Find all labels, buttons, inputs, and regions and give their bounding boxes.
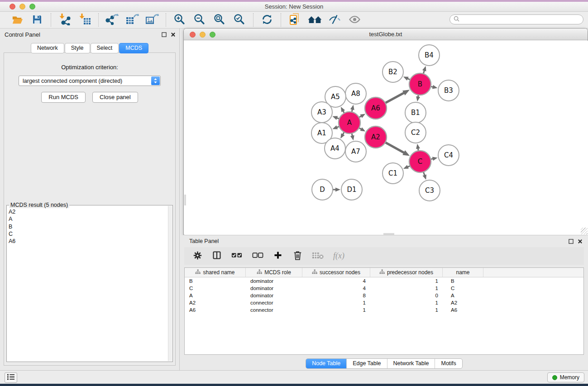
table-cell: connector — [246, 299, 302, 306]
column-header-successor-nodes[interactable]: successor nodes — [302, 268, 370, 277]
arrowhead-icon — [432, 157, 438, 161]
export-image-button[interactable] — [144, 13, 160, 27]
refresh-button[interactable] — [259, 13, 275, 27]
open-folder-button[interactable] — [10, 13, 25, 27]
table-cell: 1 — [370, 299, 443, 306]
show-panels-button[interactable] — [5, 372, 17, 383]
network-canvas[interactable]: B4B2BB3A8A5A6B1A3AC2A1A2A4A7C4CC1C3DD1 — [184, 41, 588, 235]
zoom-selected-button[interactable] — [232, 13, 247, 27]
tab-node-table[interactable]: Node Table — [306, 359, 346, 368]
arrowhead-icon — [402, 90, 410, 95]
delete-row-button[interactable] — [292, 250, 302, 262]
zoom-fit-button[interactable] — [212, 13, 227, 27]
graph-node-A6[interactable]: A6 — [365, 97, 387, 119]
graph-node-C1[interactable]: C1 — [382, 163, 403, 184]
column-header-predecessor-nodes[interactable]: predecessor nodes — [370, 268, 443, 277]
graph-node-C3[interactable]: C3 — [419, 180, 440, 201]
table-row[interactable]: Bdominator41B — [185, 277, 583, 285]
network-window-titlebar[interactable]: testGlobe.txt — [184, 29, 588, 40]
tab-edge-table[interactable]: Edge Table — [346, 359, 387, 368]
window-resize-grip[interactable] — [581, 228, 588, 234]
graph-node-B3[interactable]: B3 — [438, 80, 459, 101]
graph-node-C2[interactable]: C2 — [405, 122, 426, 143]
eye-slash-button[interactable] — [327, 13, 342, 27]
table-cell: B — [185, 277, 246, 285]
eye-button[interactable] — [347, 13, 362, 27]
search-input[interactable] — [449, 14, 583, 24]
graph-node-D[interactable]: D — [312, 179, 333, 200]
graph-node-D1[interactable]: D1 — [341, 179, 362, 200]
graph-node-label: A6 — [371, 104, 380, 112]
column-selector-button[interactable] — [212, 250, 222, 262]
tab-motifs[interactable]: Motifs — [435, 359, 462, 368]
table-cell: A6 — [185, 306, 246, 314]
desktop-strip-bottom — [0, 384, 588, 386]
float-table-panel-icon[interactable] — [569, 238, 574, 246]
graph-node-B1[interactable]: B1 — [405, 102, 426, 123]
table-cell: connector — [246, 306, 302, 314]
unselect-all-check-button[interactable] — [252, 250, 263, 262]
mcds-result-item[interactable]: C — [9, 230, 167, 238]
close-panel-icon[interactable] — [171, 31, 176, 39]
graph-node-B2[interactable]: B2 — [382, 62, 403, 82]
add-row-button[interactable] — [273, 250, 283, 262]
gear-button[interactable] — [192, 250, 202, 262]
graph-node-A2[interactable]: A2 — [365, 126, 387, 148]
tab-style[interactable]: Style — [65, 43, 90, 53]
tab-mcds[interactable]: MCDS — [119, 43, 148, 53]
import-network-button[interactable] — [57, 13, 72, 27]
save-button[interactable] — [29, 13, 45, 27]
table-row[interactable]: A6connector11A6 — [185, 306, 583, 314]
select-all-check-button[interactable] — [231, 250, 243, 262]
memory-button[interactable]: Memory — [547, 372, 584, 382]
home-pair-button[interactable] — [307, 13, 322, 27]
graph-node-B[interactable]: B — [409, 73, 431, 95]
table-row[interactable]: Adominator80A — [185, 292, 583, 299]
graph-node-label: B — [418, 80, 422, 88]
tab-network[interactable]: Network — [31, 43, 64, 53]
status-bar: Memory — [0, 370, 588, 384]
zoom-out-button[interactable] — [192, 13, 207, 27]
run-mcds-button[interactable]: Run MCDS — [41, 92, 86, 103]
graph-node-A3[interactable]: A3 — [311, 102, 332, 123]
column-header-MCDS-role[interactable]: MCDS role — [246, 268, 302, 277]
mcds-result-item[interactable]: A2 — [9, 208, 167, 215]
column-header-label: MCDS role — [264, 269, 291, 276]
table-row[interactable]: A2connector11A2 — [185, 299, 583, 306]
graph-node-A[interactable]: A — [339, 112, 360, 133]
import-table-button[interactable] — [77, 13, 92, 27]
graph-node-A4[interactable]: A4 — [325, 138, 345, 159]
table-panel-title: Table Panel — [189, 238, 219, 244]
graph-node-C[interactable]: C — [409, 151, 431, 172]
zoom-in-button[interactable] — [172, 13, 187, 27]
close-panel-button[interactable]: Close panel — [92, 92, 138, 103]
mcds-result-item[interactable]: A6 — [9, 238, 167, 245]
table-cell: 1 — [370, 306, 443, 314]
table-toolbar: f(x) — [184, 247, 584, 265]
optimization-criterion-dropdown[interactable]: largest connected component (directed) — [19, 76, 161, 86]
graph-node-label: A5 — [331, 93, 340, 101]
arrowhead-icon — [416, 144, 420, 149]
tab-network-table[interactable]: Network Table — [387, 359, 435, 368]
column-header-shared-name[interactable]: shared name — [185, 268, 246, 277]
network-window-title: testGlobe.txt — [184, 31, 588, 38]
session-network-doc-button[interactable] — [287, 13, 302, 27]
node-table: shared nameMCDS rolesuccessor nodesprede… — [184, 267, 584, 355]
close-table-panel-icon[interactable] — [578, 238, 583, 246]
tab-select[interactable]: Select — [91, 43, 119, 53]
table-row[interactable]: Cdominator41C — [185, 285, 583, 292]
result-scrollbar[interactable] — [168, 206, 172, 361]
arrowhead-icon — [332, 125, 338, 129]
mcds-result-item[interactable]: A — [9, 215, 167, 223]
graph-node-A7[interactable]: A7 — [345, 141, 366, 162]
arrowhead-icon — [416, 96, 420, 102]
column-header-name[interactable]: name — [443, 268, 483, 277]
export-table-button[interactable] — [124, 13, 140, 27]
mcds-result-item[interactable]: B — [9, 223, 167, 230]
graph-node-C4[interactable]: C4 — [438, 145, 459, 166]
float-panel-icon[interactable] — [162, 31, 167, 39]
graph-node-B4[interactable]: B4 — [419, 45, 440, 66]
export-network-button[interactable] — [105, 13, 120, 27]
graph-node-A8[interactable]: A8 — [345, 83, 366, 104]
graph-node-label: A4 — [330, 144, 339, 152]
